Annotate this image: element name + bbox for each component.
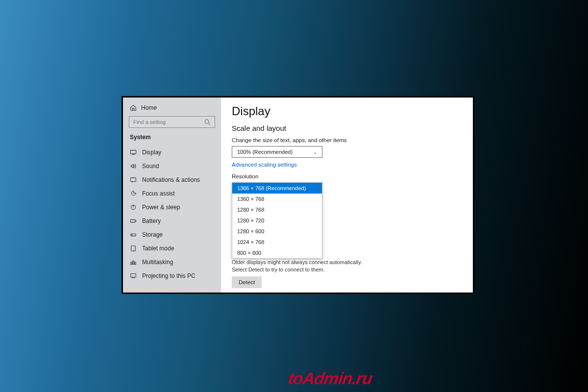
resolution-label: Resolution [232, 173, 462, 179]
sidebar-item-notifications[interactable]: Notifications & actions [123, 173, 221, 187]
nav-label: Focus assist [142, 190, 175, 197]
resolution-option[interactable]: 1280 × 720 [232, 215, 322, 226]
svg-rect-4 [130, 220, 135, 222]
chevron-down-icon: ⌄ [313, 149, 317, 155]
scale-label: Change the size of text, apps, and other… [232, 137, 462, 143]
nav-label: Power & sleep [142, 204, 180, 211]
section-title: Scale and layout [232, 124, 462, 132]
storage-icon [130, 231, 137, 238]
sidebar: Home System Display Sound Notifications … [123, 98, 221, 293]
resolution-option[interactable]: 1280 × 768 [232, 204, 322, 215]
sidebar-item-focus-assist[interactable]: Focus assist [123, 187, 221, 200]
nav-label: Projecting to this PC [142, 272, 196, 279]
resolution-option[interactable]: 1360 × 768 [232, 194, 322, 204]
scale-select[interactable]: 100% (Recommended) ⌄ [232, 146, 322, 158]
sound-icon [130, 163, 137, 170]
sidebar-item-tablet-mode[interactable]: Tablet mode [123, 242, 221, 255]
power-icon [130, 204, 137, 211]
resolution-dropdown[interactable]: 1366 × 768 (Recommended) 1360 × 768 1280… [232, 182, 322, 259]
svg-rect-8 [131, 274, 136, 277]
svg-rect-1 [130, 150, 136, 154]
sidebar-item-multitasking[interactable]: Multitasking [123, 255, 221, 269]
search-box[interactable] [129, 116, 215, 128]
detect-help-text: Older displays might not always connect … [232, 259, 374, 273]
sidebar-item-display[interactable]: Display [123, 146, 221, 159]
nav-label: Storage [142, 231, 163, 238]
svg-point-0 [205, 120, 209, 123]
category-title: System [123, 134, 221, 146]
search-input[interactable] [133, 119, 204, 125]
detect-button[interactable]: Detect [232, 276, 262, 288]
home-label: Home [141, 104, 157, 111]
sidebar-item-power-sleep[interactable]: Power & sleep [123, 200, 221, 214]
nav-label: Battery [142, 218, 161, 224]
focus-assist-icon [130, 190, 137, 197]
watermark: toAdmin.ru [287, 369, 373, 388]
nav-label: Tablet mode [142, 245, 174, 252]
sidebar-item-projecting[interactable]: Projecting to this PC [123, 269, 221, 283]
nav-label: Notifications & actions [142, 176, 200, 183]
sidebar-item-storage[interactable]: Storage [123, 228, 221, 242]
resolution-option[interactable]: 1366 × 768 (Recommended) [232, 183, 322, 194]
home-nav[interactable]: Home [123, 102, 221, 116]
resolution-option[interactable]: 1280 × 600 [232, 226, 322, 237]
sidebar-item-sound[interactable]: Sound [123, 159, 221, 173]
resolution-option[interactable]: 1024 × 768 [232, 237, 322, 247]
battery-icon [130, 218, 137, 224]
notifications-icon [130, 176, 137, 183]
scale-value: 100% (Recommended) [237, 149, 293, 155]
svg-rect-2 [131, 178, 136, 182]
svg-point-6 [132, 235, 132, 235]
monitor-icon [130, 149, 137, 156]
advanced-scaling-link[interactable]: Advanced scaling settings [232, 162, 462, 168]
main-panel: Display Scale and layout Change the size… [221, 98, 473, 293]
resolution-option[interactable]: 800 × 600 [232, 247, 322, 258]
home-icon [130, 104, 137, 111]
multitasking-icon [130, 259, 137, 266]
resolution-block: Resolution 1366 × 768 (Recommended) 1360… [232, 173, 462, 179]
nav-label: Display [142, 149, 161, 156]
search-icon [204, 119, 211, 125]
page-title: Display [232, 104, 462, 118]
projecting-icon [130, 272, 137, 279]
nav-label: Multitasking [142, 259, 173, 266]
tablet-icon [130, 245, 137, 252]
sidebar-item-battery[interactable]: Battery [123, 214, 221, 228]
settings-window: Home System Display Sound Notifications … [122, 96, 474, 294]
nav-label: Sound [142, 163, 159, 170]
search-wrap [123, 116, 221, 134]
